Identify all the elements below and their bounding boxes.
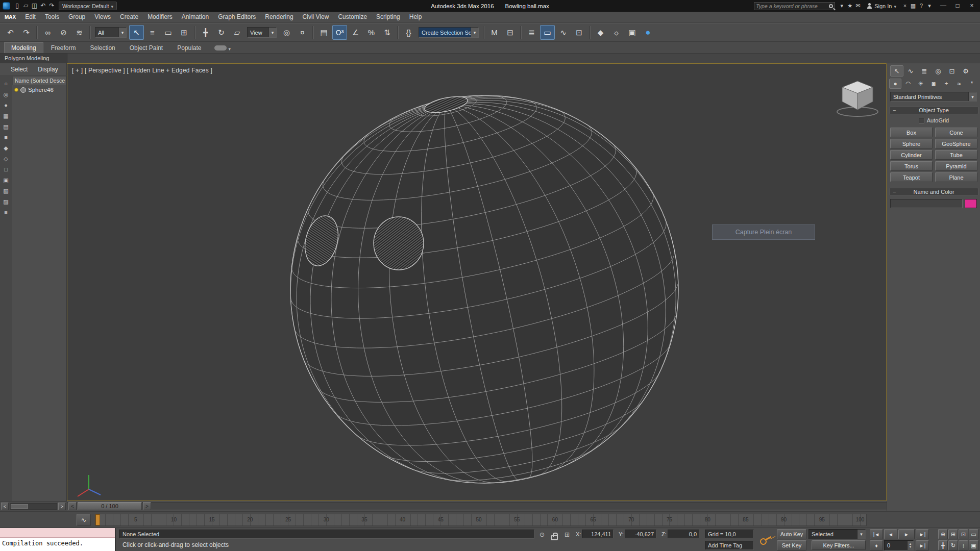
primitive-button-teapot[interactable]: Teapot [890,172,933,182]
add-time-tag[interactable]: Add Time Tag [705,541,754,550]
hierarchy-tab[interactable]: ≣ [918,65,931,77]
scroll-right-button[interactable]: > [58,503,66,510]
lights-icon[interactable]: ☀ [915,79,927,89]
listener-macro-pane[interactable] [0,528,115,538]
viewcube[interactable] [833,78,882,119]
scroll-thumb[interactable] [11,504,28,509]
menu-animation[interactable]: Animation [177,12,213,22]
schematic-view-icon[interactable]: ⊡ [572,25,586,40]
display-all-icon[interactable]: ○ [1,79,11,89]
object-color-swatch[interactable] [965,199,977,208]
perspective-viewport[interactable]: [ + ] [ Perspective ] [ Hidden Line + Ed… [67,63,887,501]
key-filter-dropdown[interactable]: Selected [808,529,866,539]
pan-icon[interactable]: ╋ [938,540,948,550]
spacewarps-icon[interactable]: ≈ [953,79,965,89]
time-next-button[interactable]: > [143,502,151,510]
display-bones-icon[interactable]: □ [1,164,11,174]
motion-tab[interactable]: ◎ [932,65,945,77]
keyboard-override-icon[interactable]: ▤ [316,25,331,40]
search-input[interactable] [756,3,827,9]
polygon-modeling-panel[interactable]: Polygon Modeling [0,54,67,63]
display-helpers-icon[interactable]: ◆ [1,143,11,153]
go-start-button[interactable]: |◄ [870,529,883,539]
go-end-button[interactable]: ►| [916,529,929,539]
primitive-button-cylinder[interactable]: Cylinder [890,150,933,160]
primitive-button-pyramid[interactable]: Pyramid [935,161,977,171]
primitive-button-box[interactable]: Box [890,128,933,137]
key-mode-button[interactable]: ♦ [870,540,883,550]
rendered-frame-icon[interactable]: ▣ [625,25,640,40]
open-folder-icon[interactable]: ▱ [21,2,30,10]
viewport-label[interactable]: [ + ] [ Perspective ] [ Hidden Line + Ed… [72,67,212,74]
maximize-button[interactable]: □ [950,0,965,12]
dropdown-arrow-icon[interactable] [471,28,478,37]
timeline-ruler[interactable]: 5101520253035404550556065707580859095100 [95,514,867,526]
display-lights-icon[interactable]: ▤ [1,121,11,132]
scroll-left-button[interactable]: < [1,503,9,510]
zoom-extents-icon[interactable]: ⊡ [959,529,968,539]
window-crossing-icon[interactable]: ⊞ [177,25,191,40]
app-menu-button[interactable]: MAX [0,14,20,20]
help-icon[interactable]: ? [917,3,925,9]
a360-icon[interactable]: × [901,3,909,9]
close-button[interactable]: × [965,0,979,12]
workspace-dropdown[interactable]: Workspace: Default [59,2,117,10]
zoom-icon[interactable]: ⊕ [938,529,948,539]
redo-icon[interactable]: ↷ [19,25,34,40]
primitive-button-sphere[interactable]: Sphere [890,139,933,148]
display-shapes-icon[interactable]: ▦ [1,111,11,121]
menu-graph-editors[interactable]: Graph Editors [213,12,260,22]
primitive-button-torus[interactable]: Torus [890,161,933,171]
ribbon-dropdown-icon[interactable]: ▾ [229,46,231,52]
orbit-icon[interactable]: ↻ [948,540,958,550]
play-button[interactable]: ► [898,529,915,539]
render-setup-icon[interactable]: ☼ [609,25,624,40]
primitive-button-cone[interactable]: Cone [935,128,977,137]
end-frame-button[interactable]: ►| [916,540,929,550]
select-scale-icon[interactable]: ▱ [230,25,244,40]
search-scope-icon[interactable]: ▾ [838,3,846,9]
time-prev-button[interactable]: < [68,502,77,510]
name-color-rollout[interactable]: − Name and Color [889,188,978,196]
menu-views[interactable]: Views [90,12,115,22]
select-by-name-icon[interactable]: ≡ [145,25,160,40]
named-sets-icon[interactable]: {} [401,25,416,40]
primitive-button-tube[interactable]: Tube [935,150,977,160]
menu-rendering[interactable]: Rendering [260,12,298,22]
display-containers-icon[interactable]: ▣ [1,175,11,185]
select-move-icon[interactable]: ╋ [198,25,213,40]
menu-modifiers[interactable]: Modifiers [143,12,177,22]
visibility-bulb-icon[interactable] [14,88,18,92]
autogrid-checkbox[interactable] [919,118,924,123]
lock-explorer-icon[interactable]: ▧ [1,186,11,196]
communication-center-icon[interactable]: ✉ [854,3,862,9]
layer-manager-icon[interactable]: ≣ [524,25,539,40]
minimize-button[interactable]: — [936,0,950,12]
select-manipulate-icon[interactable]: ¤ [295,25,310,40]
max-logo-icon[interactable] [3,2,10,10]
select-rotate-icon[interactable]: ↻ [214,25,229,40]
menu-create[interactable]: Create [115,12,143,22]
helpers-icon[interactable]: + [940,79,952,89]
systems-icon[interactable]: * [966,79,978,89]
display-spacewarps-icon[interactable]: ◇ [1,154,11,164]
y-coordinate-field[interactable]: -40,627 [625,530,656,538]
bowling-ball-wireframe[interactable] [290,93,678,483]
curve-editor-icon[interactable]: ∿ [556,25,571,40]
current-frame-field[interactable]: 0 ▲▼ [884,540,914,550]
toggle-ribbon-icon[interactable]: ▭ [540,25,555,40]
explorer-column-header[interactable]: Name (Sorted Desce [12,76,66,85]
spinner-snap-icon[interactable]: ⇅ [380,25,395,40]
dolly-icon[interactable]: ↕ [959,540,968,550]
current-frame-marker[interactable] [95,514,100,525]
object-name-field[interactable] [890,199,963,208]
select-link-icon[interactable]: ∞ [40,25,55,40]
zoom-region-icon[interactable]: ▭ [969,529,978,539]
set-key-button[interactable]: Set Key [777,540,806,550]
help-dropdown-icon[interactable]: ▾ [925,3,934,9]
pick-parent-icon[interactable]: ▨ [1,196,11,207]
percent-snap-icon[interactable]: % [364,25,379,40]
primitive-button-geosphere[interactable]: GeoSphere [935,139,977,148]
x-coordinate-field[interactable]: 124,411 [582,530,614,538]
undo-icon[interactable]: ↶ [39,2,47,10]
